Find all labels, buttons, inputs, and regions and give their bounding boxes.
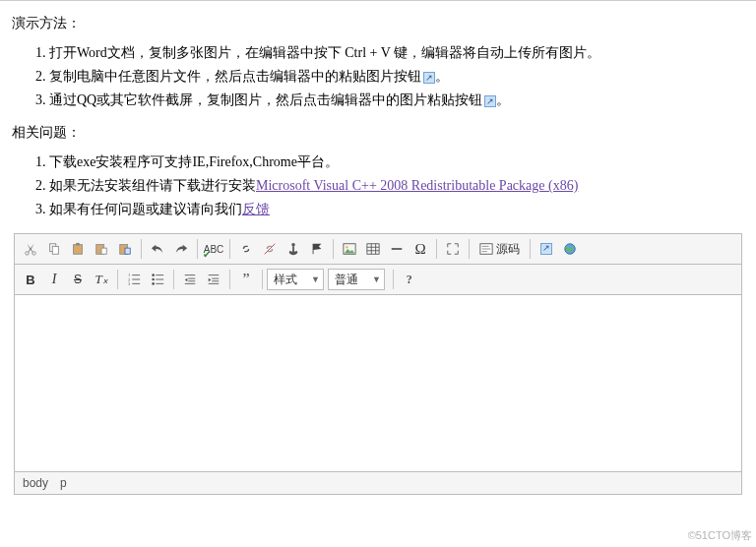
svg-rect-4 xyxy=(74,245,83,255)
svg-rect-3 xyxy=(52,246,58,254)
status-p[interactable]: p xyxy=(60,476,67,490)
strike-button[interactable]: S xyxy=(66,268,90,291)
status-body[interactable]: body xyxy=(23,476,48,490)
toolbar-row-2: B I S Tₓ 123 ” 样式▼ 普通▼ ? xyxy=(15,265,741,295)
cut-button[interactable] xyxy=(19,237,42,261)
demo-heading: 演示方法： xyxy=(12,15,744,32)
bold-button[interactable]: B xyxy=(19,268,42,291)
svg-point-32 xyxy=(152,282,155,285)
image-button[interactable] xyxy=(338,237,361,261)
spellcheck-button[interactable]: ABC✔ xyxy=(202,237,225,261)
chevron-down-icon: ▼ xyxy=(311,274,320,284)
format-combo[interactable]: 普通▼ xyxy=(328,269,385,290)
about-button[interactable]: ? xyxy=(398,268,421,291)
svg-point-31 xyxy=(152,278,155,281)
copy-button[interactable] xyxy=(42,237,66,261)
format-label: 普通 xyxy=(335,272,358,288)
source-button[interactable]: 源码 xyxy=(473,237,526,261)
link-button[interactable] xyxy=(234,237,258,261)
svg-rect-9 xyxy=(125,248,130,254)
styles-label: 样式 xyxy=(274,272,297,288)
vc-redist-link[interactable]: Microsoft Visual C++ 2008 Redistributabl… xyxy=(256,178,578,193)
paste-image-icon xyxy=(484,95,496,107)
svg-point-1 xyxy=(32,252,36,256)
demo-list: 打开Word文档，复制多张图片，在编辑器中按下 Ctrl + V 键，编辑器将自… xyxy=(12,42,744,110)
toolbar-row-1: ABC✔ Ω 源码 xyxy=(15,234,741,265)
svg-point-0 xyxy=(26,252,30,256)
list-item: 通过QQ或其它软件截屏，复制图片，然后点击编辑器中的图片粘贴按钮。 xyxy=(49,90,744,110)
svg-point-30 xyxy=(152,274,155,276)
editor-status-bar: body p xyxy=(15,472,741,494)
special-char-button[interactable]: Ω xyxy=(409,237,432,261)
paste-word-button[interactable] xyxy=(113,237,137,261)
list-item: 如果有任何问题或建议请向我们反馈 xyxy=(49,199,744,219)
table-button[interactable] xyxy=(361,237,385,261)
source-label: 源码 xyxy=(496,241,520,258)
feedback-link[interactable]: 反馈 xyxy=(242,202,270,216)
unlink-button[interactable] xyxy=(258,237,282,261)
rich-text-editor: ABC✔ Ω 源码 B I S Tₓ 123 xyxy=(14,233,742,495)
paste-text-button[interactable] xyxy=(90,237,113,261)
paste-image-icon xyxy=(540,243,552,255)
svg-rect-13 xyxy=(367,244,379,255)
undo-button[interactable] xyxy=(146,237,169,261)
bullet-list-button[interactable] xyxy=(146,268,169,291)
indent-button[interactable] xyxy=(202,268,225,291)
faq-heading: 相关问题： xyxy=(12,124,744,142)
paste-image-icon xyxy=(423,72,435,84)
outdent-button[interactable] xyxy=(178,268,202,291)
globe-button[interactable] xyxy=(558,237,582,261)
svg-point-12 xyxy=(346,246,348,249)
chevron-down-icon: ▼ xyxy=(372,274,381,284)
svg-line-10 xyxy=(265,244,276,255)
svg-rect-5 xyxy=(76,243,80,246)
paste-image-button[interactable] xyxy=(535,237,558,261)
svg-rect-7 xyxy=(101,248,106,254)
paste-button[interactable] xyxy=(66,237,90,261)
remove-format-button[interactable]: Tₓ xyxy=(90,268,113,291)
hr-button[interactable] xyxy=(385,237,409,261)
blockquote-button[interactable]: ” xyxy=(234,268,258,291)
editor-content[interactable] xyxy=(15,295,741,472)
list-item: 复制电脑中任意图片文件，然后点击编辑器中的粘贴图片按钮。 xyxy=(49,66,744,87)
flag-button[interactable] xyxy=(305,237,329,261)
numbered-list-button[interactable]: 123 xyxy=(122,268,146,291)
faq-list: 下载exe安装程序可支持IE,Firefox,Chrome平台。 如果无法安装组… xyxy=(12,152,744,219)
maximize-button[interactable] xyxy=(441,237,465,261)
redo-button[interactable] xyxy=(169,237,193,261)
list-item: 下载exe安装程序可支持IE,Firefox,Chrome平台。 xyxy=(49,152,744,172)
anchor-button[interactable] xyxy=(282,237,305,261)
list-item: 打开Word文档，复制多张图片，在编辑器中按下 Ctrl + V 键，编辑器将自… xyxy=(49,42,744,63)
italic-button[interactable]: I xyxy=(42,268,66,291)
svg-text:3: 3 xyxy=(128,281,131,286)
styles-combo[interactable]: 样式▼ xyxy=(267,269,324,290)
list-item: 如果无法安装组件请下载进行安装Microsoft Visual C++ 2008… xyxy=(49,175,744,196)
